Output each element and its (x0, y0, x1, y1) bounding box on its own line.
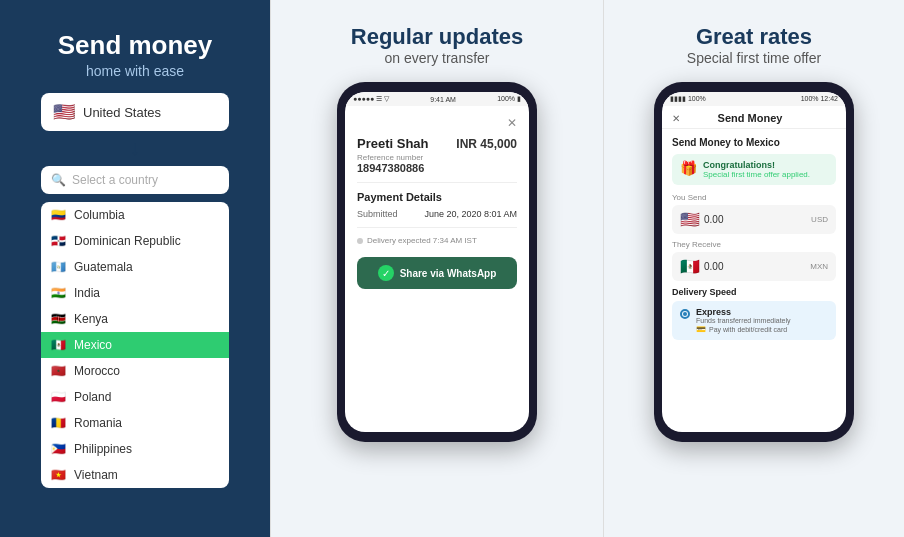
country-item-name: Romania (74, 416, 122, 430)
they-receive-currency: MXN (810, 262, 828, 271)
submitted-label: Submitted (357, 209, 398, 219)
payment-details-title: Payment Details (357, 191, 517, 203)
list-item[interactable]: 🇷🇴 Romania (41, 410, 229, 436)
phone-status-bar-2: ▮▮▮▮ 100% 100% 12:42 (662, 92, 846, 106)
country-item-name: Morocco (74, 364, 120, 378)
country-item-name: India (74, 286, 100, 300)
country-search-box[interactable]: 🔍 Select a country (41, 166, 229, 194)
panel1-subtitle: home with ease (86, 63, 184, 79)
whatsapp-label: Share via WhatsApp (400, 268, 497, 279)
flag-icon: 🇰🇪 (51, 312, 66, 326)
you-send-currency: USD (811, 215, 828, 224)
list-item[interactable]: 🇵🇱 Poland (41, 384, 229, 410)
radio-inner (683, 312, 687, 316)
they-receive-label: They Receive (672, 240, 836, 249)
delivery-section: Delivery Speed Express Funds transferred… (672, 287, 836, 340)
us-flag-icon: 🇺🇸 (53, 101, 75, 123)
list-item[interactable]: 🇻🇳 Vietnam (41, 462, 229, 488)
country-selector[interactable]: 🇺🇸 United States (41, 93, 229, 131)
list-item[interactable]: 🇨🇴 Columbia (41, 202, 229, 228)
country-item-name: Poland (74, 390, 111, 404)
panel-send-money: Send money home with ease 🇺🇸 United Stat… (0, 0, 270, 537)
panel-great-rates: Great rates Special first time offer ▮▮▮… (604, 0, 904, 537)
flag-icon: 🇵🇭 (51, 442, 66, 456)
flag-icon: 🇷🇴 (51, 416, 66, 430)
list-item[interactable]: 🇵🇭 Philippines (41, 436, 229, 462)
submitted-value: June 20, 2020 8:01 AM (424, 209, 517, 219)
delivery-row: Delivery expected 7:34 AM IST (357, 236, 517, 245)
time-display-2: 100% 12:42 (801, 95, 838, 103)
country-item-name: Kenya (74, 312, 108, 326)
list-item[interactable]: 🇬🇹 Guatemala (41, 254, 229, 280)
whatsapp-share-button[interactable]: ✓ Share via WhatsApp (357, 257, 517, 289)
express-sub2: 💳 Pay with debit/credit card (696, 325, 791, 334)
flag-icon: 🇻🇳 (51, 468, 66, 482)
delivery-dot-icon (357, 238, 363, 244)
phone-content: ✕ Preeti Shah INR 45,000 Reference numbe… (345, 106, 529, 432)
country-item-name: Guatemala (74, 260, 133, 274)
divider (357, 182, 517, 183)
list-item-selected[interactable]: 🇲🇽 Mexico (41, 332, 229, 358)
recipient-name: Preeti Shah (357, 136, 429, 151)
delivery-speed-title: Delivery Speed (672, 287, 836, 297)
flag-icon: 🇩🇴 (51, 234, 66, 248)
transfer-amount: INR 45,000 (456, 137, 517, 151)
ref-number: 18947380886 (357, 162, 517, 174)
panel3-title: Great rates (696, 24, 812, 50)
divider (357, 227, 517, 228)
express-sub1: Funds transferred immediately (696, 317, 791, 324)
list-item[interactable]: 🇲🇦 Morocco (41, 358, 229, 384)
phone-mockup-rates: ▮▮▮▮ 100% 100% 12:42 ✕ Send Money Send M… (654, 82, 854, 442)
receive-field-left: 🇲🇽 0.00 (680, 257, 723, 276)
list-item[interactable]: 🇮🇳 India (41, 280, 229, 306)
express-sub2-text: Pay with debit/credit card (709, 326, 787, 333)
congratulations-box: 🎁 Congratulations! Special first time of… (672, 154, 836, 185)
selected-country-name: United States (83, 105, 161, 120)
us-flag-icon: 🇺🇸 (680, 210, 700, 229)
country-item-name: Columbia (74, 208, 125, 222)
phone-title: Send Money (718, 112, 783, 124)
search-placeholder: Select a country (72, 173, 158, 187)
phone-header: ✕ Send Money (662, 106, 846, 129)
whatsapp-icon: ✓ (378, 265, 394, 281)
you-send-label: You Send (672, 193, 836, 202)
arrow-down-icon: ↓ (130, 137, 140, 160)
radio-button[interactable] (680, 309, 690, 319)
flag-icon: 🇵🇱 (51, 390, 66, 404)
signal-icons-2: ▮▮▮▮ 100% (670, 95, 706, 103)
panel1-title: Send money (58, 30, 213, 61)
list-item[interactable]: 🇰🇪 Kenya (41, 306, 229, 332)
flag-icon: 🇲🇽 (51, 338, 66, 352)
country-item-name: Mexico (74, 338, 112, 352)
close-icon[interactable]: ✕ (672, 113, 680, 124)
you-send-field[interactable]: 🇺🇸 0.00 USD (672, 205, 836, 234)
time-display: 9:41 AM (430, 96, 456, 103)
they-receive-field[interactable]: 🇲🇽 0.00 MXN (672, 252, 836, 281)
country-item-name: Dominican Republic (74, 234, 181, 248)
ref-label: Reference number (357, 153, 517, 162)
flag-icon: 🇨🇴 (51, 208, 66, 222)
country-item-name: Vietnam (74, 468, 118, 482)
gift-icon: 🎁 (680, 160, 697, 176)
payment-row: Submitted June 20, 2020 8:01 AM (357, 209, 517, 219)
express-details: Express Funds transferred immediately 💳 … (696, 307, 791, 334)
phone-status-bar: ●●●●● ☰ ▽ 9:41 AM 100% ▮ (345, 92, 529, 106)
express-title: Express (696, 307, 791, 317)
congrats-title: Congratulations! (703, 160, 810, 170)
phone-mockup-updates: ●●●●● ☰ ▽ 9:41 AM 100% ▮ ✕ Preeti Shah I… (337, 82, 537, 442)
close-button[interactable]: ✕ (357, 116, 517, 130)
list-item[interactable]: 🇩🇴 Dominican Republic (41, 228, 229, 254)
panel2-title: Regular updates (351, 24, 523, 50)
panel-regular-updates: Regular updates on every transfer ●●●●● … (270, 0, 604, 537)
flag-icon: 🇲🇦 (51, 364, 66, 378)
card-icon: 💳 (696, 325, 706, 334)
flag-icon: 🇮🇳 (51, 286, 66, 300)
delivery-text: Delivery expected 7:34 AM IST (367, 236, 477, 245)
country-item-name: Philippines (74, 442, 132, 456)
panel3-subtitle: Special first time offer (687, 50, 821, 66)
panel2-subtitle: on every transfer (384, 50, 489, 66)
congrats-subtitle: Special first time offer applied. (703, 170, 810, 179)
express-delivery-option[interactable]: Express Funds transferred immediately 💳 … (672, 301, 836, 340)
search-icon: 🔍 (51, 173, 66, 187)
you-send-amount: 0.00 (704, 214, 723, 225)
